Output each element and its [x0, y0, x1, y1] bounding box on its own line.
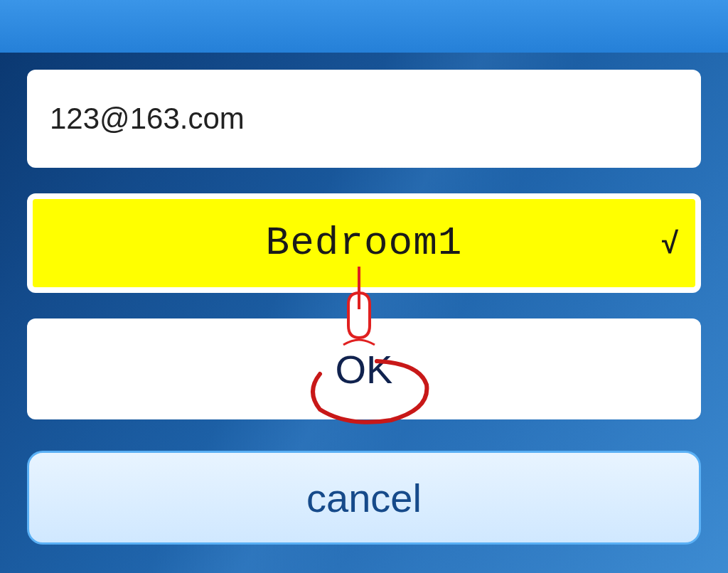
room-selector[interactable]: Bedroom1 √	[27, 193, 701, 293]
dialog-container: 123@163.com Bedroom1 √ OK cancel	[27, 70, 701, 545]
cancel-label: cancel	[306, 475, 422, 521]
room-selected-highlight: Bedroom1 √	[33, 199, 695, 287]
room-label: Bedroom1	[266, 220, 463, 266]
check-icon: √	[662, 226, 678, 260]
top-bar	[0, 0, 728, 53]
ok-button[interactable]: OK	[27, 318, 701, 419]
cancel-button[interactable]: cancel	[27, 451, 701, 545]
ok-label: OK	[336, 346, 393, 392]
email-field[interactable]: 123@163.com	[27, 70, 701, 168]
email-value: 123@163.com	[50, 102, 245, 136]
